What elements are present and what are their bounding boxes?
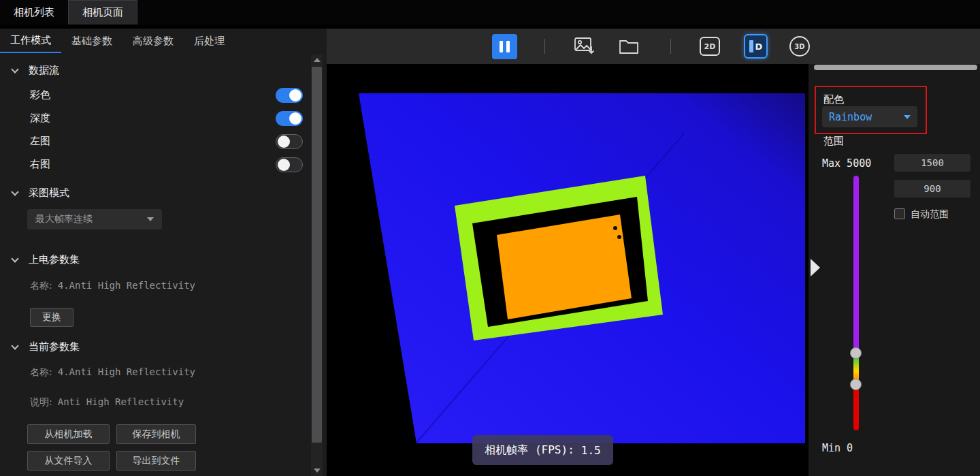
min-label: Min 0 [822,442,853,454]
stream-right-label: 右图 [30,158,50,171]
view-25d-label: D [755,42,763,52]
range-title: 范围 [823,135,844,148]
change-button[interactable]: 更换 [30,308,74,327]
app-window: 相机列表 相机页面 工作模式 基础参数 高级参数 后处理 数据流 彩色 深度 左… [0,0,980,476]
auto-range-checkbox[interactable] [894,208,905,219]
panel-collapse-arrow[interactable] [811,259,820,276]
depth-image [329,90,805,444]
sidebar-scrollbar[interactable] [311,54,323,476]
section-poweron-params[interactable]: 上电参数集 [10,252,80,267]
load-from-camera-button[interactable]: 从相机加载 [27,424,110,444]
toggle-depth-stream[interactable] [276,111,303,126]
name-label: 名称: [30,280,52,292]
section-capture-mode[interactable]: 采图模式 [10,185,69,200]
current-name-line: 名称: 4.Anti High Reflectivity [30,366,195,379]
tab-camera-page[interactable]: 相机页面 [68,0,137,25]
toggle-color-stream[interactable] [276,88,303,103]
chevron-down-icon [11,255,18,262]
range-min-input[interactable] [894,180,970,197]
section-title: 数据流 [29,64,59,77]
tab-basic-params[interactable]: 基础参数 [61,29,122,53]
slider-lower-handle[interactable] [850,379,862,390]
save-image-button[interactable] [574,36,595,57]
range-max-input[interactable] [894,154,970,172]
scrollbar-thumb[interactable] [312,67,322,443]
window-tab-bar: 相机列表 相机页面 [0,0,980,25]
chevron-down-icon [11,342,18,349]
view-2d-label: 2D [704,42,716,51]
poweron-name-line: 名称: 4.Anti High Reflectivity [30,280,195,292]
desc-label: 说明: [30,396,52,409]
colormap-select[interactable]: Rainbow [822,106,917,127]
name-label: 名称: [30,366,52,379]
fps-overlay: 相机帧率 (FPS): 1.5 [472,435,613,465]
slider-upper-handle[interactable] [850,347,862,359]
name-value: 4.Anti High Reflectivity [58,280,195,291]
slider-below-range-segment [853,385,859,430]
folder-icon [618,37,640,55]
chevron-down-icon [11,65,18,73]
stream-left-label: 左图 [30,135,50,148]
toolbar-divider [670,39,671,54]
scroll-up-button[interactable] [311,54,323,65]
horizontal-scrollbar-thumb[interactable] [814,65,977,70]
scroll-down-button[interactable] [311,465,323,476]
pause-icon [500,41,503,52]
toggle-knob [289,89,301,101]
desc-value: Anti High Reflectivity [58,396,184,407]
chevron-down-icon [904,115,911,119]
capture-mode-value: 最大帧率连续 [35,213,93,225]
slider-above-range-segment [853,176,859,353]
auto-range-label: 自动范围 [911,208,949,221]
chevron-down-icon [147,217,154,221]
toolbar-divider [544,39,545,54]
section-current-params[interactable]: 当前参数集 [10,339,80,354]
save-to-camera-button[interactable]: 保存到相机 [116,424,196,444]
tab-post-processing[interactable]: 后处理 [184,29,235,53]
save-image-icon [574,36,595,57]
name-value: 4.Anti High Reflectivity [58,366,195,377]
arrow-up-icon [314,58,321,62]
pause-icon [506,41,510,52]
view-2d-button[interactable]: 2D [700,37,720,56]
colormap-range-slider [853,176,859,430]
toggle-left-stream[interactable] [276,134,303,149]
sidebar-tab-bar: 工作模式 基础参数 高级参数 后处理 [0,29,311,53]
import-from-file-button[interactable]: 从文件导入 [27,451,110,471]
view-3d-button[interactable]: 3D [789,36,810,57]
current-desc-line: 说明: Anti High Reflectivity [30,396,184,409]
stream-color-label: 彩色 [30,89,50,101]
depth-bar-icon [749,40,753,52]
capture-mode-select[interactable]: 最大帧率连续 [27,209,162,229]
chevron-down-icon [11,188,18,195]
colormap-value: Rainbow [829,111,872,123]
main-toolbar [327,29,980,64]
pause-button[interactable] [492,34,517,59]
export-to-file-button[interactable]: 导出到文件 [116,451,196,471]
tab-advanced-params[interactable]: 高级参数 [122,29,184,53]
toggle-knob [278,136,290,148]
stream-depth-label: 深度 [30,112,50,125]
view-3d-label: 3D [794,43,804,50]
toggle-knob [289,112,301,125]
section-title: 上电参数集 [29,253,80,266]
toggle-knob [278,159,290,171]
toggle-right-stream[interactable] [276,157,303,172]
fps-label: 相机帧率 (FPS): [485,443,574,458]
section-title: 当前参数集 [29,340,80,353]
view-25d-button[interactable]: D [744,34,768,59]
section-data-stream[interactable]: 数据流 [10,63,59,78]
max-label: Max 5000 [822,157,871,170]
colormap-title: 配色 [823,93,844,106]
tab-work-mode[interactable]: 工作模式 [0,29,61,53]
section-title: 采图模式 [29,187,69,200]
open-folder-button[interactable] [618,37,640,55]
tab-camera-list[interactable]: 相机列表 [0,0,68,25]
fps-value: 1.5 [581,444,601,457]
arrow-down-icon [314,469,321,473]
